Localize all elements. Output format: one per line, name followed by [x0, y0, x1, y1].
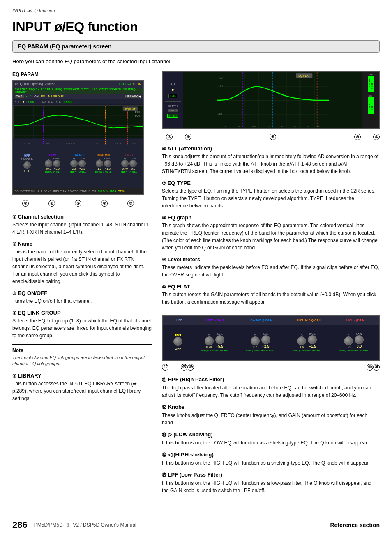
svg-text:50: 50 — [238, 125, 240, 127]
low-freq: FREQ 46.9Hz — [45, 171, 60, 173]
post-meter-1 — [368, 97, 371, 114]
low-q-col: Q 20.0 — [45, 157, 52, 170]
low-gain-label: GAIN. — [53, 157, 60, 160]
lowmid-q-knob2[interactable] — [251, 336, 260, 345]
desc-text-att: This knob adjusts the amount of attenuat… — [162, 153, 380, 175]
lowmid-gain-knob[interactable] — [78, 160, 86, 167]
hpf-knob[interactable] — [23, 161, 31, 169]
high-q-label: Q — [124, 157, 126, 160]
eq-knobs-body: ON OFF Q 0.70 GAIN. — [163, 325, 379, 360]
high-gain-knob[interactable] — [129, 160, 137, 167]
highmid-q-knob[interactable] — [96, 160, 103, 167]
highmid-q-knob2[interactable] — [297, 336, 306, 345]
lowmid-freq: FREQ 1.06kHz — [70, 171, 86, 173]
high-q-knob[interactable] — [121, 160, 129, 167]
att-side-knob[interactable]: ● — [171, 87, 174, 92]
high-gain-knob2[interactable] — [355, 335, 364, 344]
knob-low: Q 0.70 GAIN. +5.5 FREQ 280~20Hz 46.9Hz — [201, 333, 228, 352]
highmid-gain-knob2[interactable] — [308, 335, 317, 344]
knob-highmid: Q 1.6 GAIN. −1.5 FREQ 280~20Hz 4.06kHz — [293, 333, 322, 352]
post-meters — [363, 97, 378, 114]
svg-text:200: 200 — [267, 125, 271, 127]
eq-screen-time: 7:08:56 — [45, 82, 56, 86]
high-gain-value: 0.0 — [131, 167, 135, 170]
callout-4: ④ — [101, 200, 108, 207]
low-gain-value: +5.5 — [54, 167, 60, 170]
desc-lpf: ⑮ LPF (Low Pass Filter) If this button i… — [162, 472, 380, 494]
desc-text-lowshelv: If this button is on, the LOW EQ will fu… — [162, 439, 380, 447]
callout-10: ⑩ — [354, 134, 361, 140]
type2-btn[interactable]: TYPE II — [63, 101, 73, 103]
lowmid-gain-knob2[interactable] — [261, 335, 270, 344]
svg-text:2k 5k: 2k 5k — [115, 142, 122, 145]
svg-text:-10: -10 — [218, 113, 222, 115]
high-q-knob2[interactable] — [344, 336, 353, 345]
desc-title-knobs: ⑫ Knobs — [162, 404, 380, 410]
hpf-on-btn[interactable]: ON — [175, 334, 181, 336]
svg-text:100: 100 — [46, 142, 51, 145]
highmid-qgain-row: Q 1.6 GAIN. −1.5 — [96, 157, 111, 170]
eq-screen: ø/EQ 001 Opening 7:08:56 CH 1-24 ST IN C… — [12, 80, 144, 195]
bottom-callouts-row: ⑪ ⑬ ⑫ ⑭ ⑮ — [162, 364, 380, 371]
att-side-value: 0 dB — [168, 94, 177, 98]
low-gain-group: GAIN. +5.5 — [215, 333, 224, 348]
lowmid-q-knob[interactable] — [70, 160, 78, 167]
high-gain-label: GAIN. — [130, 157, 136, 160]
high-q-value: 0.70 — [122, 167, 128, 170]
eq-library-btn[interactable]: LIBRARY ◀ — [125, 95, 141, 98]
page-number: 286 — [12, 520, 28, 530]
eq-param-label: EQ PARAM — [12, 71, 152, 77]
desc-text-lpf: If this button is on, the HIGH EQ will f… — [162, 479, 380, 494]
desc-text-knobs: These knobs adjust the Q, FREQ (center f… — [162, 412, 380, 426]
callout-6: ⑥ — [185, 134, 191, 140]
highmid-gain-knob[interactable] — [104, 160, 111, 167]
lowmid-q-label: Q — [73, 157, 75, 160]
att-value: +0.0dB — [26, 101, 34, 103]
highmid-q-value: 1.6 — [97, 167, 101, 170]
high-gain-col: GAIN. 0.0 — [129, 157, 137, 170]
eq-bottom-stin: ST IN — [118, 190, 125, 193]
lowmid-q-val2: 2.2 — [253, 345, 257, 348]
eq-screen-stin: ST IN — [133, 82, 141, 86]
low-q-group: Q 0.70 — [205, 334, 214, 348]
eq-bottom-bar: SELECTED CH: ch 1 SEND INPUT 1A POWER ST… — [13, 188, 143, 195]
type1-side-btn[interactable]: TYPE I — [168, 109, 178, 112]
desc-att: ⑥ ATT (Attenuation) This knob adjusts th… — [162, 145, 380, 175]
eq-on-btn[interactable]: ON — [34, 95, 39, 98]
note-box: Note The input channel EQ link groups ar… — [12, 344, 152, 370]
type1-btn[interactable]: TYPE I — [54, 101, 62, 103]
knobs-highmid-label: HIGH MID Q GAIN. — [297, 319, 322, 322]
eq-bottom-dca: DCA — [110, 190, 116, 193]
desc-title-eqflat: ⑩ EQ FLAT — [162, 283, 380, 290]
desc-text-2: This is the name of the currently select… — [12, 248, 152, 285]
low-gain-knob2[interactable] — [215, 335, 224, 344]
low-q-knob[interactable] — [45, 160, 52, 167]
lowmid-gain-lbl2: GAIN. — [263, 333, 269, 335]
desc-eq-onoff: ③ EQ ON/OFF Turns the EQ on/off for that… — [12, 290, 152, 305]
att-knob[interactable]: ● — [23, 100, 24, 103]
low-q-knob2[interactable] — [205, 336, 214, 345]
type2-side-btn[interactable]: TYPE II — [167, 114, 178, 118]
svg-text:1k: 1k — [95, 142, 98, 145]
callout-13: ⑬ — [181, 364, 187, 371]
svg-text:+10: +10 — [218, 85, 223, 88]
page-footer: 286 PM5D/PM5D-RH V2 / DSP5D Owner's Manu… — [12, 516, 380, 530]
right-column: ATT ● 0 dB EQ TYPE TYPE I TYPE II — [162, 71, 380, 499]
knob-hpf: ON OFF — [173, 334, 182, 350]
svg-text:20: 20 — [224, 125, 226, 127]
pre-label: PRE — [363, 73, 378, 76]
eq-band-low: LOW Q 20.0 GAIN. +5.5 FREQ 46. — [43, 154, 62, 173]
desc-level-meters: ⑨ Level meters These meters indicate the… — [162, 256, 380, 279]
low-gain-knob[interactable] — [53, 160, 60, 167]
pre-meter-1 — [368, 76, 371, 92]
highmid-gain-label: GAIN. — [104, 157, 111, 160]
svg-text:PRE: PRE — [135, 111, 140, 113]
eq-type-side-label: EQ TYPE — [168, 105, 178, 107]
svg-text:10k: 10k — [133, 142, 137, 145]
right-eq-top: ATT ● 0 dB EQ TYPE TYPE I TYPE II — [163, 72, 379, 128]
footer-manual-title: PM5D/PM5D-RH V2 / DSP5D Owner's Manual — [34, 522, 136, 528]
att-side-label: ATT — [170, 83, 175, 85]
lowmid-gain-val2: +2.5 — [262, 344, 270, 348]
intro-text: Here you can edit the EQ parameters of t… — [12, 58, 380, 66]
hpf-cutoff-knob[interactable] — [173, 337, 182, 346]
